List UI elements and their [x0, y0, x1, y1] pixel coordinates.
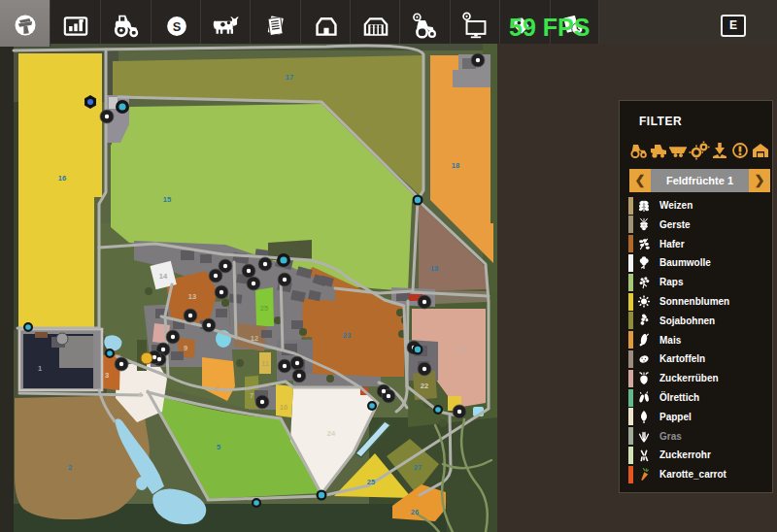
svg-text:19: 19 — [430, 264, 438, 273]
svg-text:17: 17 — [286, 73, 293, 82]
svg-text:S: S — [173, 19, 182, 34]
svg-text:26: 26 — [411, 508, 419, 516]
svg-text:18: 18 — [452, 161, 459, 170]
svg-text:25: 25 — [367, 478, 375, 486]
svg-text:1: 1 — [38, 364, 42, 373]
svg-text:7: 7 — [250, 391, 253, 400]
svg-text:6: 6 — [215, 384, 219, 393]
svg-text:5: 5 — [217, 443, 220, 451]
svg-text:22: 22 — [421, 382, 428, 390]
svg-text:15: 15 — [163, 195, 171, 204]
svg-text:16: 16 — [58, 174, 66, 183]
svg-text:2: 2 — [68, 463, 72, 472]
svg-text:14: 14 — [159, 272, 168, 281]
svg-text:12: 12 — [251, 334, 258, 343]
svg-text:13: 13 — [188, 292, 196, 301]
svg-text:25: 25 — [260, 304, 268, 313]
svg-text:27: 27 — [414, 463, 422, 472]
svg-text:11: 11 — [261, 359, 269, 368]
svg-text:3: 3 — [105, 371, 109, 380]
svg-text:9: 9 — [184, 344, 187, 352]
svg-text:24: 24 — [327, 429, 336, 438]
svg-text:10: 10 — [280, 403, 287, 412]
svg-text:23: 23 — [343, 331, 351, 340]
svg-text:20: 20 — [457, 346, 465, 354]
